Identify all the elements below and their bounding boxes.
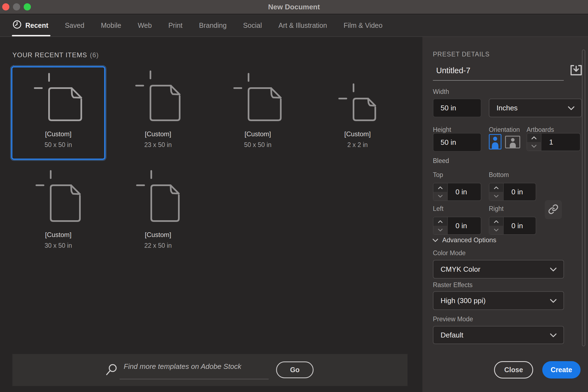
- bleed-right-label: Right: [489, 205, 504, 213]
- artboards-value[interactable]: 1: [541, 134, 580, 151]
- recent-item-card[interactable]: [Custom] 50 x 50 in: [11, 66, 106, 160]
- active-tab-indicator: [12, 35, 50, 36]
- tab-branding[interactable]: Branding: [199, 21, 226, 29]
- width-label: Width: [433, 88, 449, 96]
- orientation-label: Orientation: [489, 126, 520, 134]
- recent-item-card[interactable]: [Custom] 23 x 50 in: [111, 66, 205, 160]
- recent-items-heading: YOUR RECENT ITEMS(6): [12, 51, 99, 59]
- bleed-right-decrement-button[interactable]: [489, 226, 503, 234]
- recent-item-card[interactable]: [Custom] 50 x 50 in: [211, 66, 305, 160]
- bleed-link-button[interactable]: [545, 200, 562, 219]
- preset-details-panel: PRESET DETAILS Untitled-7 Width 50 in In…: [422, 37, 588, 392]
- preview-mode-label: Preview Mode: [433, 315, 473, 323]
- bleed-bottom-stepper: 0 in: [489, 183, 536, 201]
- bleed-bottom-label: Bottom: [489, 171, 509, 179]
- raster-effects-dropdown[interactable]: High (300 ppi): [433, 291, 564, 310]
- bleed-left-label: Left: [433, 205, 443, 213]
- recent-items-area: YOUR RECENT ITEMS(6) [Custom] 50 x 50 in…: [0, 37, 422, 392]
- bleed-top-value[interactable]: 0 in: [448, 183, 481, 200]
- bleed-left-decrement-button[interactable]: [433, 226, 447, 234]
- bleed-top-decrement-button[interactable]: [433, 192, 447, 200]
- chevron-down-icon: [550, 331, 557, 339]
- document-preset-icon: [12, 70, 104, 122]
- bleed-left-value[interactable]: 0 in: [448, 217, 481, 234]
- color-mode-label: Color Mode: [433, 249, 466, 257]
- name-input-underline: [433, 80, 564, 81]
- search-underline: [120, 379, 269, 379]
- chevron-down-icon: [432, 236, 438, 244]
- window-title: New Document: [0, 3, 588, 11]
- document-preset-icon: [212, 70, 304, 122]
- document-preset-icon: [112, 70, 204, 122]
- bleed-top-label: Top: [433, 171, 443, 179]
- orientation-portrait-button[interactable]: [489, 134, 501, 149]
- artboards-stepper: 1: [527, 133, 581, 151]
- clock-icon: [13, 20, 21, 31]
- bleed-left-increment-button[interactable]: [433, 217, 447, 226]
- document-preset-icon: [112, 171, 204, 223]
- document-preset-icon: [12, 171, 104, 223]
- tab-art-illustration[interactable]: Art & Illustration: [278, 21, 327, 29]
- new-document-dialog: New Document Recent Saved Mobile Web Pri…: [0, 0, 588, 392]
- preview-mode-dropdown[interactable]: Default: [433, 326, 564, 344]
- document-name-input[interactable]: Untitled-7: [436, 66, 470, 75]
- recent-item-card[interactable]: [Custom] 2 x 2 in: [310, 66, 405, 160]
- artboards-increment-button[interactable]: [527, 134, 541, 142]
- search-icon: [105, 363, 118, 377]
- stock-search-input[interactable]: Find more templates on Adobe Stock: [124, 362, 241, 371]
- bleed-bottom-increment-button[interactable]: [489, 183, 503, 192]
- chevron-down-icon: [568, 104, 575, 112]
- panel-scrollbar[interactable]: [582, 50, 585, 346]
- link-icon: [548, 204, 559, 216]
- artboards-decrement-button[interactable]: [527, 142, 541, 151]
- artboards-label: Artboards: [527, 126, 554, 134]
- bleed-label: Bleed: [433, 157, 449, 165]
- bleed-top-stepper: 0 in: [433, 183, 481, 201]
- height-input[interactable]: 50 in: [433, 133, 481, 152]
- height-label: Height: [433, 126, 451, 134]
- tab-mobile[interactable]: Mobile: [101, 21, 121, 29]
- preset-details-heading: PRESET DETAILS: [433, 51, 490, 58]
- chevron-down-icon: [550, 265, 557, 274]
- orientation-landscape-button[interactable]: [505, 136, 520, 148]
- chevron-down-icon: [550, 296, 557, 305]
- width-input[interactable]: 50 in: [433, 99, 481, 117]
- adobe-stock-bar: Find more templates on Adobe Stock Go: [12, 354, 408, 386]
- document-preset-icon: [312, 70, 403, 122]
- bleed-right-value[interactable]: 0 in: [504, 217, 536, 234]
- download-preset-icon[interactable]: [570, 65, 582, 77]
- tab-web[interactable]: Web: [138, 21, 152, 29]
- go-button[interactable]: Go: [276, 361, 314, 378]
- bleed-top-increment-button[interactable]: [433, 183, 447, 192]
- tab-social[interactable]: Social: [243, 21, 262, 29]
- window-titlebar: New Document: [0, 0, 588, 14]
- tab-print[interactable]: Print: [168, 21, 182, 29]
- raster-effects-label: Raster Effects: [433, 281, 473, 289]
- tab-film-video[interactable]: Film & Video: [344, 21, 382, 29]
- bleed-left-stepper: 0 in: [433, 217, 481, 235]
- units-dropdown[interactable]: Inches: [489, 99, 582, 117]
- bleed-bottom-decrement-button[interactable]: [489, 192, 503, 200]
- advanced-options-toggle[interactable]: Advanced Options: [432, 236, 496, 244]
- recent-item-card[interactable]: [Custom] 30 x 50 in: [11, 167, 106, 261]
- bleed-right-stepper: 0 in: [489, 217, 536, 235]
- bleed-bottom-value[interactable]: 0 in: [504, 183, 536, 200]
- color-mode-dropdown[interactable]: CMYK Color: [433, 260, 564, 279]
- bleed-right-increment-button[interactable]: [489, 217, 503, 226]
- create-button[interactable]: Create: [542, 361, 581, 379]
- tab-saved[interactable]: Saved: [65, 21, 84, 29]
- tab-recent[interactable]: Recent: [13, 20, 48, 31]
- recent-item-card[interactable]: [Custom] 22 x 50 in: [111, 167, 205, 261]
- close-button[interactable]: Close: [494, 361, 533, 379]
- category-tabbar: Recent Saved Mobile Web Print Branding S…: [0, 14, 588, 37]
